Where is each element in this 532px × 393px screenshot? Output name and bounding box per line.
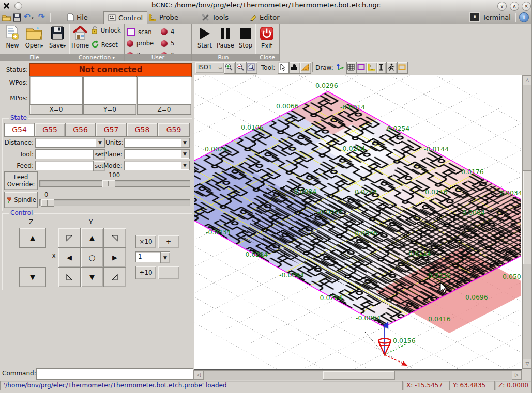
- wcs-g54-button[interactable]: G54: [4, 123, 35, 137]
- minimize-button[interactable]: ∨: [497, 2, 507, 11]
- scroll-up-arrow[interactable]: △: [523, 75, 532, 85]
- feed-override-slider[interactable]: [39, 180, 190, 187]
- jog-xplus-yplus-button[interactable]: [103, 228, 126, 248]
- draw-moves-toggle[interactable]: [386, 62, 397, 74]
- jog-center-button[interactable]: ○: [81, 247, 103, 268]
- scroll-down-arrow[interactable]: ▽: [523, 359, 532, 369]
- wcs-g56-button[interactable]: G56: [65, 123, 96, 137]
- wcs-g59-button[interactable]: G59: [158, 123, 190, 137]
- tab-control[interactable]: Control: [103, 11, 147, 24]
- draw-grid-toggle[interactable]: [346, 62, 357, 74]
- open-button[interactable]: Open▾: [24, 26, 44, 49]
- spindle-slider[interactable]: [39, 199, 190, 206]
- distance-dropdown-arrow[interactable]: ▼: [96, 139, 104, 147]
- probe-value-label: -0.0044: [317, 208, 342, 216]
- spindle-button[interactable]: Spindle: [4, 192, 38, 208]
- wcs-g58-button[interactable]: G58: [127, 123, 158, 137]
- units-combobox[interactable]: ▼: [124, 138, 190, 148]
- user-button-5[interactable]: 5: [161, 40, 174, 47]
- zoom-out-button[interactable]: [235, 62, 247, 74]
- canvas-horizontal-scrollbar[interactable]: ◁ ▷: [193, 370, 522, 380]
- maximize-button[interactable]: ∧: [510, 2, 519, 11]
- plane-combobox[interactable]: ▼: [124, 149, 190, 159]
- scroll-right-arrow[interactable]: ▷: [512, 371, 522, 380]
- zoom-fit-button[interactable]: [246, 62, 257, 74]
- draw-workarea-toggle[interactable]: [377, 62, 386, 74]
- step-mul10-button[interactable]: ×10: [135, 235, 156, 248]
- jog-y-minus-button[interactable]: ▼: [81, 267, 103, 287]
- horizontal-scroll-thumb[interactable]: [323, 371, 395, 380]
- open-icon[interactable]: [2, 13, 11, 22]
- jog-xplus-yminus-button[interactable]: [103, 267, 126, 287]
- terminal-button[interactable]: ▪ Terminal: [469, 12, 511, 22]
- step-value-entry[interactable]: 1: [135, 251, 163, 262]
- user-button-probe[interactable]: probe: [127, 40, 154, 47]
- redo-button[interactable]: ↷: [38, 12, 48, 22]
- distance-combobox[interactable]: ▼: [35, 138, 105, 148]
- tab-tools[interactable]: Tools: [197, 11, 233, 23]
- step-dropdown-arrow[interactable]: ▼: [160, 251, 170, 263]
- jog-z-plus-button[interactable]: ▲: [19, 228, 46, 248]
- draw-margin-toggle[interactable]: [356, 62, 367, 74]
- wpos-y-display[interactable]: [83, 76, 136, 105]
- draw-probe-toggle[interactable]: [367, 62, 377, 74]
- stop-button[interactable]: Stop: [237, 27, 254, 49]
- draw-rapid-toggle[interactable]: [397, 62, 408, 74]
- units-dropdown-arrow[interactable]: ▼: [181, 139, 189, 147]
- scroll-left-arrow[interactable]: ◁: [194, 371, 204, 380]
- feed-override-slider-handle[interactable]: [102, 180, 115, 187]
- wcs-g57-button[interactable]: G57: [96, 123, 127, 137]
- feed-override-button[interactable]: Feed Override:: [4, 171, 38, 190]
- view-combobox[interactable]: ISO1 ▭: [195, 62, 224, 73]
- user-button-scan[interactable]: scan: [127, 28, 152, 36]
- wpos-z-display[interactable]: [137, 76, 191, 105]
- step-minus-button[interactable]: -: [158, 266, 179, 279]
- open-dropdown-arrow[interactable]: ▾: [41, 44, 43, 49]
- select-tool-button[interactable]: [278, 62, 289, 74]
- reset-button[interactable]: Reset: [91, 40, 123, 49]
- close-button[interactable]: ×: [522, 2, 531, 11]
- home-button[interactable]: Home: [71, 26, 89, 49]
- wpos-x-display[interactable]: [29, 76, 83, 105]
- tab-file[interactable]: File: [63, 11, 92, 23]
- jog-x-minus-button[interactable]: ◀: [58, 247, 81, 268]
- tab-probe[interactable]: Probe: [145, 11, 183, 23]
- zero-y-button[interactable]: Y=0: [83, 104, 136, 115]
- jog-xminus-yplus-button[interactable]: [58, 228, 81, 248]
- save-dropdown-arrow[interactable]: ▾: [64, 44, 66, 49]
- wcs-g55-button[interactable]: G55: [35, 123, 65, 137]
- pause-button[interactable]: Pause: [216, 27, 235, 49]
- feed-entry[interactable]: [35, 161, 93, 170]
- spindle-slider-handle[interactable]: [41, 199, 54, 207]
- plane-dropdown-arrow[interactable]: ▼: [181, 150, 189, 158]
- unlock-button[interactable]: Unlock: [91, 26, 123, 34]
- mode-combobox[interactable]: ▼: [124, 161, 190, 170]
- new-button[interactable]: New: [4, 25, 21, 49]
- zero-z-button[interactable]: Z=0: [137, 104, 191, 115]
- zero-x-button[interactable]: X=0: [29, 104, 83, 115]
- jog-z-minus-button[interactable]: ▼: [19, 267, 46, 287]
- tool-entry[interactable]: [35, 149, 93, 159]
- mode-dropdown-arrow[interactable]: ▼: [181, 162, 189, 169]
- step-plus-button[interactable]: +: [158, 235, 179, 248]
- vertical-scroll-thumb[interactable]: [523, 170, 532, 264]
- jog-x-plus-button[interactable]: ▶: [103, 247, 126, 268]
- canvas-vertical-scrollbar[interactable]: △ ▽: [522, 75, 531, 369]
- start-button[interactable]: Start: [195, 27, 214, 49]
- jog-xminus-yminus-button[interactable]: [58, 267, 81, 287]
- jog-y-plus-button[interactable]: ▲: [81, 228, 103, 248]
- ruler-tool-button[interactable]: [300, 62, 311, 74]
- command-input[interactable]: [36, 368, 193, 380]
- user-button-4[interactable]: 4: [161, 28, 174, 35]
- gcode-canvas[interactable]: 0.02960.0066-0.00140.0106-0.02540.0026-0…: [194, 75, 522, 370]
- save-icon[interactable]: [12, 13, 22, 22]
- connection-group-caption[interactable]: Connection ▾: [69, 54, 124, 61]
- draw-axes-toggle[interactable]: [336, 62, 345, 73]
- step-div10-button[interactable]: ÷10: [135, 266, 156, 279]
- save-button[interactable]: Save▾: [48, 26, 67, 49]
- exit-button[interactable]: Exit: [257, 26, 276, 50]
- tab-editor[interactable]: Editor: [245, 11, 283, 23]
- zoom-in-button[interactable]: [224, 62, 235, 74]
- gantry-tool-button[interactable]: [289, 62, 300, 74]
- info-icon[interactable]: i: [519, 12, 529, 22]
